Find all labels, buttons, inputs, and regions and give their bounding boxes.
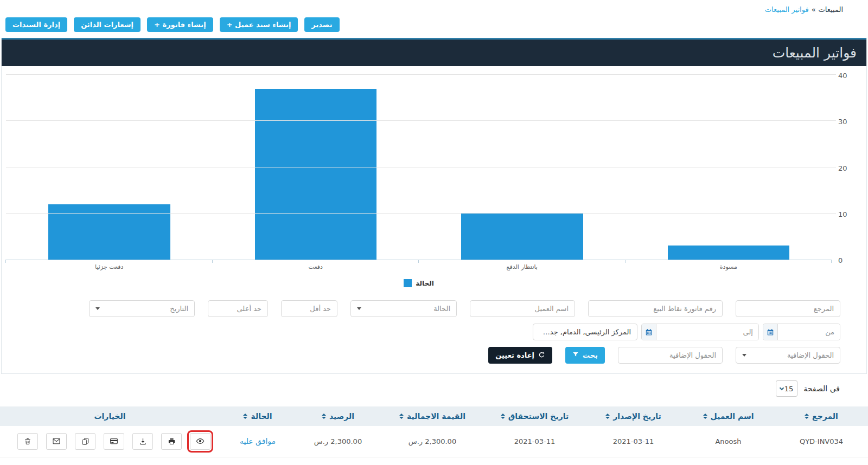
breadcrumb-separator: » <box>812 5 816 14</box>
header-total-value[interactable]: القيمة الاجمالية <box>380 406 484 426</box>
calendar-icon[interactable] <box>763 324 778 340</box>
x-axis-tick <box>5 260 6 263</box>
filters-row-3: الحقول الإضافية بحث إعادة تعيين <box>12 347 840 364</box>
sort-icon <box>703 414 707 419</box>
download-action-button[interactable] <box>132 433 153 450</box>
chart-legend[interactable]: الحالة <box>6 279 832 289</box>
search-button[interactable]: بحث <box>565 347 605 364</box>
chart-plot: 010203040 <box>6 75 832 260</box>
filters-row-1: الحالة التاريخ <box>12 300 840 317</box>
per-page-select[interactable]: 15 <box>776 380 797 397</box>
per-page-value: 15 <box>784 385 794 393</box>
cell-status: موافق عليه <box>220 426 296 457</box>
toolbar: تصدير إنشاء سند عميل + إنشاء فاتورة + إش… <box>0 14 868 32</box>
y-axis-label: 40 <box>838 72 847 80</box>
status-filter-select[interactable]: الحالة <box>350 300 457 317</box>
search-button-label: بحث <box>583 351 598 359</box>
caret-down-icon <box>742 354 746 357</box>
customer-name-filter-input[interactable] <box>470 300 575 317</box>
cell-customer-name: Anoosh <box>682 426 775 457</box>
cell-issue-date: 2021-03-11 <box>585 426 682 457</box>
create-customer-voucher-button[interactable]: إنشاء سند عميل + <box>220 17 298 32</box>
per-page-label: في الصفحة <box>803 384 840 393</box>
page-title: فواتير المبيعات <box>773 45 857 61</box>
x-axis-tick <box>418 260 419 263</box>
gridline <box>6 120 836 121</box>
reference-filter-input[interactable] <box>736 300 840 317</box>
reset-icon <box>538 351 545 360</box>
credit-notes-button[interactable]: إشعارات الدائن <box>74 17 141 32</box>
sort-icon <box>605 414 610 419</box>
date-from-input[interactable] <box>778 324 840 340</box>
date-to-group <box>641 324 759 340</box>
header-reference[interactable]: المرجع <box>775 406 868 426</box>
envelope-action-button[interactable] <box>46 433 67 450</box>
date-from-group <box>763 324 840 340</box>
cell-due-date: 2021-03-11 <box>484 426 585 457</box>
date-type-filter-select[interactable]: التاريخ <box>89 300 195 317</box>
printer-action-button[interactable] <box>161 433 182 450</box>
chart-bar-بانتظار الدفع <box>461 214 583 260</box>
top-bar: المبيعات » فواتير المبيعات تصدير إنشاء س… <box>0 0 868 38</box>
x-axis-tick <box>212 260 213 263</box>
breadcrumb: المبيعات » فواتير المبيعات <box>0 0 868 14</box>
legend-label: الحالة <box>416 280 434 287</box>
branches-multiselect[interactable]: المركز الرئيسي, الدمام, جدة, أبها <box>533 324 637 340</box>
header-customer-name[interactable]: اسم العميل <box>682 406 775 426</box>
x-axis-label: مسودة <box>626 263 832 270</box>
caret-down-icon <box>357 307 361 310</box>
extra-fields-select[interactable]: الحقول الإضافية <box>736 347 840 364</box>
legend-swatch-icon <box>404 279 412 287</box>
sort-icon <box>243 414 247 419</box>
create-invoice-button[interactable]: إنشاء فاتورة + <box>147 17 213 32</box>
main-panel: فواتير المبيعات 010203040 مسودةبانتظار ا… <box>1 38 867 374</box>
chart-band <box>6 75 213 260</box>
min-limit-filter-input[interactable] <box>281 300 337 317</box>
header-balance[interactable]: الرصيد <box>296 406 380 426</box>
eye-action-button[interactable] <box>190 433 210 450</box>
gridline <box>6 213 836 214</box>
reset-button[interactable]: إعادة تعيين <box>488 347 552 364</box>
trash-action-button[interactable] <box>17 433 38 450</box>
filters-row-2: المركز الرئيسي, الدمام, جدة, أبها <box>12 324 840 340</box>
status-link[interactable]: موافق عليه <box>240 437 276 445</box>
status-filter-label: الحالة <box>433 305 450 313</box>
page-header-band: فواتير المبيعات <box>2 38 866 66</box>
filter-icon <box>572 351 579 359</box>
cell-reference: QYD-INV034 <box>775 426 868 457</box>
table-row: QYD-INV034 Anoosh 2021-03-11 2021-03-11 … <box>0 426 868 457</box>
cell-balance: 2,300.00 ر.س <box>296 426 380 457</box>
chart-bar-مسودة <box>668 246 789 260</box>
pos-invoice-number-filter-input[interactable] <box>588 300 723 317</box>
filters-section: الحالة التاريخ الم <box>2 289 866 373</box>
calendar-icon[interactable] <box>642 324 656 340</box>
credit-card-action-button[interactable] <box>104 433 124 450</box>
cell-options <box>0 426 220 457</box>
chart-band <box>626 75 832 260</box>
sort-icon <box>322 414 326 419</box>
extra-fields-input[interactable] <box>618 347 723 364</box>
manage-vouchers-button[interactable]: إدارة السندات <box>5 17 67 32</box>
cell-total-value: 2,300.00 ر.س <box>380 426 484 457</box>
date-to-input[interactable] <box>656 324 758 340</box>
export-button[interactable]: تصدير <box>304 17 339 32</box>
sort-icon <box>501 414 505 419</box>
status-bar-chart: 010203040 مسودةبانتظار الدفعدفعتدفعت جزئ… <box>2 66 866 289</box>
x-axis-tick <box>625 260 626 263</box>
y-axis-label: 0 <box>838 256 843 264</box>
copy-action-button[interactable] <box>75 433 95 450</box>
header-due-date[interactable]: تاريخ الاستحقاق <box>484 406 585 426</box>
y-axis-label: 20 <box>838 164 847 172</box>
max-limit-filter-input[interactable] <box>208 300 268 317</box>
breadcrumb-section[interactable]: المبيعات <box>819 5 843 14</box>
gridline <box>6 167 836 167</box>
chart-band <box>213 75 419 260</box>
header-issue-date[interactable]: تاريخ الإصدار <box>585 406 682 426</box>
y-axis-label: 30 <box>838 118 847 126</box>
header-status[interactable]: الحالة <box>220 406 296 426</box>
sales-invoices-table: المرجع اسم العميل تاريخ الإصدار تاريخ ال… <box>0 406 868 457</box>
breadcrumb-current[interactable]: فواتير المبيعات <box>765 5 809 14</box>
reset-button-label: إعادة تعيين <box>495 351 534 359</box>
action-buttons <box>1 433 219 450</box>
sort-icon <box>805 414 809 419</box>
